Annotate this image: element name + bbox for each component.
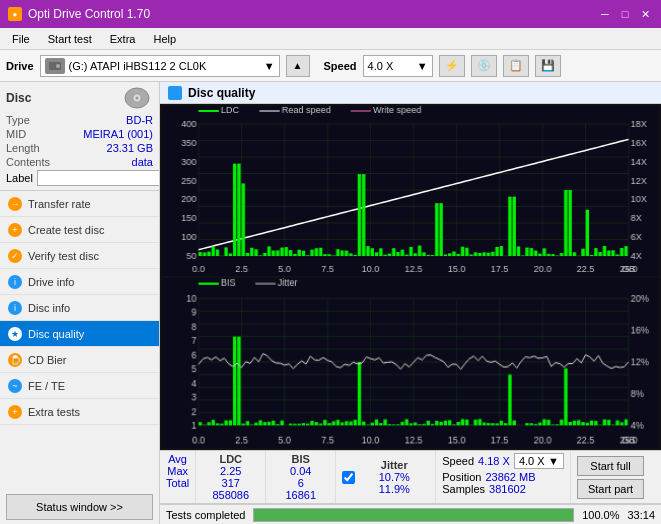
nav-verify-test-disc[interactable]: ✓ Verify test disc bbox=[0, 243, 159, 269]
nav-create-test-disc[interactable]: + Create test disc bbox=[0, 217, 159, 243]
stats-avg-label: Avg bbox=[166, 453, 189, 465]
charts-wrapper: Avg Max Total LDC 2.25 317 858086 BIS bbox=[160, 104, 661, 524]
disc-type-key: Type bbox=[6, 114, 30, 126]
disc-mid-row: MID MEIRA1 (001) bbox=[6, 128, 153, 140]
nav-verify-test-disc-label: Verify test disc bbox=[28, 250, 99, 262]
start-part-button[interactable]: Start part bbox=[577, 479, 644, 499]
progress-percent: 100.0% bbox=[582, 509, 619, 521]
drive-label: Drive bbox=[6, 60, 34, 72]
app-title: Opti Drive Control 1.70 bbox=[28, 7, 150, 21]
stats-jitter-col: Jitter 10.7% 11.9% bbox=[359, 457, 429, 497]
bottom-chart bbox=[162, 278, 659, 448]
disc-action-btn1[interactable]: 💿 bbox=[471, 55, 497, 77]
position-label: Position bbox=[442, 471, 481, 483]
nav-transfer-rate[interactable]: → Transfer rate bbox=[0, 191, 159, 217]
nav-disc-quality-label: Disc quality bbox=[28, 328, 84, 340]
disc-label-input[interactable] bbox=[37, 170, 160, 186]
nav-fe-te[interactable]: ~ FE / TE bbox=[0, 373, 159, 399]
maximize-button[interactable]: □ bbox=[617, 6, 633, 22]
title-bar: ● Opti Drive Control 1.70 ─ □ ✕ bbox=[0, 0, 661, 28]
progress-bar-row: Tests completed 100.0% 33:14 bbox=[160, 504, 661, 524]
stats-bis-col: BIS 0.04 6 16861 bbox=[266, 451, 336, 503]
progress-bar bbox=[253, 508, 574, 522]
menu-bar: File Start test Extra Help bbox=[0, 28, 661, 50]
stats-bis-header: BIS bbox=[272, 453, 329, 465]
drive-value: (G:) ATAPI iHBS112 2 CL0K bbox=[69, 60, 207, 72]
menu-file[interactable]: File bbox=[4, 31, 38, 47]
speed-value: 4.0 X bbox=[368, 60, 394, 72]
stats-max-label: Max bbox=[166, 465, 189, 477]
close-button[interactable]: ✕ bbox=[637, 6, 653, 22]
nav-transfer-rate-label: Transfer rate bbox=[28, 198, 91, 210]
nav-extra-tests[interactable]: + Extra tests bbox=[0, 399, 159, 425]
disc-label-text: Label bbox=[6, 172, 33, 184]
jitter-checkbox[interactable] bbox=[342, 471, 355, 484]
speed-dropdown[interactable]: 4.0 X ▼ bbox=[514, 453, 564, 469]
drive-selector: (G:) ATAPI iHBS112 2 CL0K ▼ bbox=[40, 55, 280, 77]
disc-length-key: Length bbox=[6, 142, 40, 154]
stats-ldc-header: LDC bbox=[202, 453, 259, 465]
disc-contents-val: data bbox=[132, 156, 153, 168]
nav-cd-bier[interactable]: 🍺 CD Bier bbox=[0, 347, 159, 373]
disc-label-row: Label 🔍 bbox=[6, 170, 153, 186]
speed-action-btn[interactable]: ⚡ bbox=[439, 55, 465, 77]
disc-length-val: 23.31 GB bbox=[107, 142, 153, 154]
start-full-button[interactable]: Start full bbox=[577, 456, 644, 476]
main-content: Disc Type BD-R MID MEIRA1 (001) Length 2… bbox=[0, 82, 661, 524]
nav-disc-info-label: Disc info bbox=[28, 302, 70, 314]
disc-mid-val: MEIRA1 (001) bbox=[83, 128, 153, 140]
disc-quality-icon: ★ bbox=[8, 327, 22, 341]
stats-ldc-total: 858086 bbox=[202, 489, 259, 501]
fe-te-icon: ~ bbox=[8, 379, 22, 393]
eject-button[interactable]: ▲ bbox=[286, 55, 310, 77]
disc-type-row: Type BD-R bbox=[6, 114, 153, 126]
create-test-disc-icon: + bbox=[8, 223, 22, 237]
cd-bier-icon: 🍺 bbox=[8, 353, 22, 367]
disc-type-val: BD-R bbox=[126, 114, 153, 126]
disc-contents-key: Contents bbox=[6, 156, 50, 168]
disc-action-btn2[interactable]: 📋 bbox=[503, 55, 529, 77]
nav-extra-tests-label: Extra tests bbox=[28, 406, 80, 418]
content-area: Disc quality bbox=[160, 82, 661, 524]
menu-help[interactable]: Help bbox=[145, 31, 184, 47]
stats-table: Avg Max Total LDC 2.25 317 858086 BIS bbox=[160, 451, 661, 504]
status-window-button[interactable]: Status window >> bbox=[6, 494, 153, 520]
disc-length-row: Length 23.31 GB bbox=[6, 142, 153, 154]
stats-jitter-avg: 10.7% bbox=[365, 471, 423, 483]
sidebar: Disc Type BD-R MID MEIRA1 (001) Length 2… bbox=[0, 82, 160, 524]
nav-drive-info-label: Drive info bbox=[28, 276, 74, 288]
position-val: 23862 MB bbox=[485, 471, 535, 483]
minimize-button[interactable]: ─ bbox=[597, 6, 613, 22]
samples-label: Samples bbox=[442, 483, 485, 495]
stats-bis-avg: 0.04 bbox=[272, 465, 329, 477]
menu-start-test[interactable]: Start test bbox=[40, 31, 100, 47]
nav-disc-quality[interactable]: ★ Disc quality bbox=[0, 321, 159, 347]
nav-drive-info[interactable]: i Drive info bbox=[0, 269, 159, 295]
nav-create-test-disc-label: Create test disc bbox=[28, 224, 104, 236]
drive-icon bbox=[45, 58, 65, 74]
speed-selector[interactable]: 4.0 X ▼ bbox=[363, 55, 433, 77]
samples-val: 381602 bbox=[489, 483, 526, 495]
stats-total-label: Total bbox=[166, 477, 189, 489]
save-btn[interactable]: 💾 bbox=[535, 55, 561, 77]
disc-contents-row: Contents data bbox=[6, 156, 153, 168]
buttons-section: Start full Start part bbox=[571, 451, 650, 503]
stats-bis-total: 16861 bbox=[272, 489, 329, 501]
speed-section-val: 4.18 X bbox=[478, 455, 510, 467]
speed-section: Speed 4.18 X 4.0 X ▼ Position 23862 MB bbox=[436, 451, 571, 503]
svg-point-4 bbox=[136, 97, 139, 100]
stats-bis-max: 6 bbox=[272, 477, 329, 489]
svg-point-1 bbox=[56, 64, 60, 68]
stats-row-labels: Avg Max Total bbox=[160, 451, 196, 503]
stats-jitter-header: Jitter bbox=[365, 459, 423, 471]
nav-fe-te-label: FE / TE bbox=[28, 380, 65, 392]
nav-disc-info[interactable]: i Disc info bbox=[0, 295, 159, 321]
nav-items: → Transfer rate + Create test disc ✓ Ver… bbox=[0, 191, 159, 490]
menu-extra[interactable]: Extra bbox=[102, 31, 144, 47]
disc-panel: Disc Type BD-R MID MEIRA1 (001) Length 2… bbox=[0, 82, 159, 191]
stats-ldc-col: LDC 2.25 317 858086 bbox=[196, 451, 266, 503]
speed-dropdown-val: 4.0 X bbox=[519, 455, 545, 467]
progress-time: 33:14 bbox=[627, 509, 655, 521]
jitter-section: Jitter 10.7% 11.9% bbox=[336, 451, 436, 503]
speed-label: Speed bbox=[324, 60, 357, 72]
